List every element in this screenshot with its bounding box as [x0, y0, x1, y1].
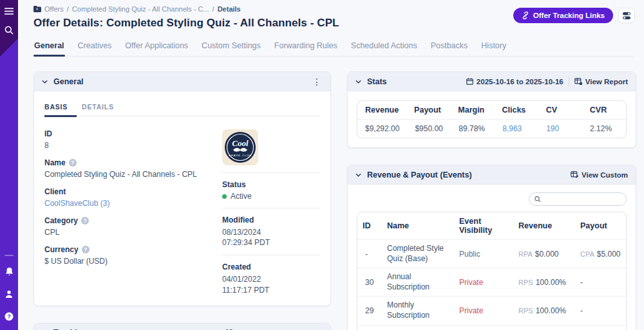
hamburger-icon — [5, 8, 14, 15]
category-label: Category — [44, 216, 78, 225]
toggles-icon — [622, 12, 631, 20]
stats-col-margin: Margin — [450, 101, 494, 119]
stats-date-range-button[interactable]: 2025-10-16 to 2025-10-16 — [466, 78, 564, 86]
event-name: Monthly Subscription — [382, 297, 454, 324]
general-panel: General ⋮ BASIS DETAILS ID 8 — [33, 71, 331, 306]
general-panel-title: General — [53, 77, 84, 86]
events-panel-title: Revenue & Payout (Events) — [367, 170, 472, 179]
stats-collapse-button[interactable] — [355, 80, 361, 84]
stats-table: Revenue Payout Margin Clicks CV CVR $9,2… — [357, 100, 627, 138]
tab-creatives[interactable]: Creatives — [77, 39, 113, 56]
tab-postbacks[interactable]: Postbacks — [430, 39, 469, 56]
currency-label: Currency — [44, 245, 79, 254]
modified-time: 07:29:34 PDT — [222, 237, 320, 248]
stats-col-cv: CV — [538, 101, 582, 119]
offer-logo: Cool SHAVE CLUB — [222, 129, 258, 165]
view-custom-label: View Custom — [582, 171, 628, 179]
events-collapse-button[interactable] — [355, 173, 361, 177]
link-icon — [522, 12, 529, 19]
name-help-icon[interactable]: ? — [69, 159, 77, 167]
offer-tracking-links-label: Offer Tracking Links — [533, 12, 605, 19]
event-id: 29 — [357, 302, 382, 319]
coolshaveclub-logo-icon: Cool SHAVE CLUB — [223, 130, 258, 165]
notifications-button[interactable] — [0, 263, 18, 280]
status-badge: Active — [222, 192, 320, 201]
status-label: Status — [222, 180, 320, 189]
account-button[interactable] — [0, 286, 18, 302]
quick-settings-button[interactable] — [618, 8, 635, 23]
stats-payout-value: $950.00 — [407, 120, 451, 138]
help-button[interactable]: ? — [0, 308, 18, 325]
tab-forwarding-rules[interactable]: Forwarding Rules — [274, 39, 338, 56]
tab-general[interactable]: General — [33, 39, 65, 56]
modified-label: Modified — [222, 215, 320, 225]
calendar-icon — [466, 78, 473, 85]
revenue-value: 100.00% — [536, 278, 566, 287]
table-row: 29 Monthly Subscription Private RPS100.0… — [357, 297, 626, 325]
stats-col-clicks: Clicks — [494, 101, 538, 119]
breadcrumb-separator: / — [213, 5, 214, 13]
name-label: Name — [44, 158, 66, 167]
event-visibility: Private — [454, 274, 513, 291]
view-report-link[interactable]: View Report — [574, 78, 628, 86]
event-visibility: Private — [454, 302, 513, 319]
event-name: Annual Subscription — [382, 268, 454, 296]
tab-scheduled-actions[interactable]: Scheduled Actions — [350, 39, 418, 56]
subtab-basis[interactable]: BASIS — [44, 100, 68, 116]
breadcrumb-offers[interactable]: Offers — [44, 5, 64, 13]
events-search-box[interactable] — [529, 192, 627, 206]
user-icon — [5, 290, 13, 298]
stats-clicks-link[interactable]: 8,963 — [495, 120, 538, 138]
events-col-payout: Payout — [575, 217, 627, 235]
bell-icon — [5, 267, 14, 276]
chevron-down-icon — [355, 173, 361, 177]
stats-cvr-value: 2.12% — [582, 120, 626, 138]
tab-custom-settings[interactable]: Custom Settings — [201, 39, 261, 56]
menu-button[interactable] — [0, 0, 18, 17]
view-custom-link[interactable]: View Custom — [571, 171, 628, 179]
breadcrumb-offer-name[interactable]: Completed Styling Quiz - All Channels - … — [72, 5, 209, 13]
general-menu-button[interactable]: ⋮ — [311, 77, 323, 86]
tab-history[interactable]: History — [480, 39, 507, 56]
payout-value: - — [575, 274, 627, 291]
events-table: ID Name Event Visibility Revenue Payout … — [357, 212, 627, 330]
general-collapse-button[interactable] — [42, 80, 48, 84]
offers-icon — [33, 6, 41, 12]
stats-col-cvr: CVR — [582, 101, 626, 119]
logo-text-main: Cool — [232, 138, 249, 148]
sidebar-search-button[interactable] — [0, 22, 18, 39]
payout-type: CPA — [580, 250, 594, 258]
stats-cv-link[interactable]: 190 — [538, 120, 582, 138]
offer-tabs: General Creatives Offer Applications Cus… — [33, 39, 634, 57]
custom-grid-icon — [571, 171, 578, 178]
event-id: - — [357, 246, 382, 262]
id-label: ID — [44, 129, 222, 138]
client-link[interactable]: CoolShaveClub (3) — [44, 199, 222, 208]
table-row: - Completed Style Quiz (Base) Public RPA… — [357, 240, 626, 268]
divider — [222, 255, 320, 255]
subtab-details[interactable]: DETAILS — [82, 100, 114, 116]
stats-margin-value: 89.78% — [451, 120, 495, 138]
created-date: 04/01/2022 — [222, 274, 320, 284]
events-search-input[interactable] — [544, 196, 621, 203]
revenue-type: RPA — [518, 250, 533, 258]
table-row: 30 Annual Subscription Private RPS100.00… — [357, 268, 626, 297]
sidebar-diagonal — [0, 39, 18, 57]
client-label: Client — [44, 187, 222, 196]
chevron-down-icon — [355, 80, 361, 84]
header-divider — [569, 77, 569, 86]
search-icon — [5, 26, 14, 35]
main-area: Offers / Completed Styling Quiz - All Ch… — [18, 0, 644, 330]
tracking-panel: Tracking Learn All About Tracking — [33, 323, 331, 330]
stats-panel-title: Stats — [367, 77, 387, 86]
field-name: Name? Completed Styling Quiz - All Chann… — [44, 158, 222, 179]
table-row: 31 Newsletter Sign Up Private RPA$0.000 … — [357, 325, 626, 330]
tab-offer-applications[interactable]: Offer Applications — [124, 39, 189, 56]
event-name: Completed Style Quiz (Base) — [382, 240, 454, 268]
category-help-icon[interactable]: ? — [81, 217, 89, 225]
field-currency: Currency? $ US Dollar (USD) — [44, 245, 222, 266]
breadcrumb-separator: / — [67, 5, 69, 13]
offer-tracking-links-button[interactable]: Offer Tracking Links — [513, 8, 613, 23]
currency-help-icon[interactable]: ? — [82, 246, 90, 253]
chevron-down-icon — [42, 80, 48, 84]
